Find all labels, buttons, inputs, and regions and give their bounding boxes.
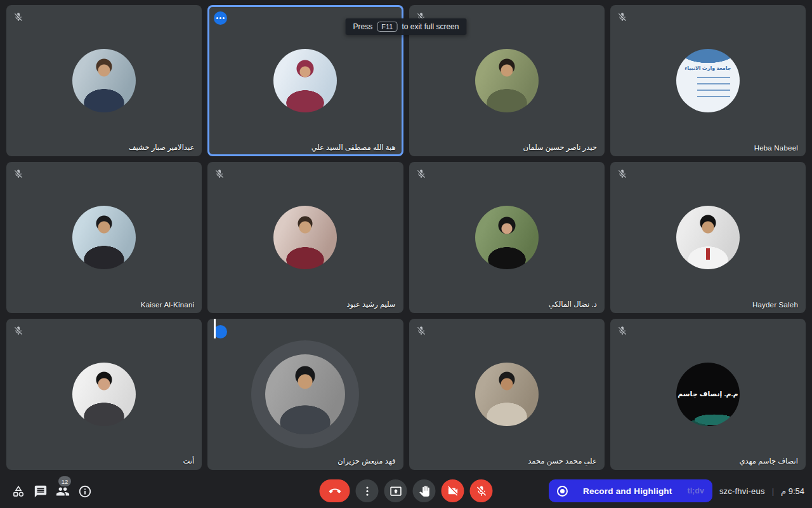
audio-speaking-icon — [214, 325, 227, 338]
more-options-icon[interactable] — [214, 11, 227, 25]
meeting-code: szc-fhvi-eus — [719, 486, 765, 496]
avatar — [72, 206, 136, 269]
f11-keycap: F11 — [377, 22, 397, 32]
end-call-button[interactable] — [320, 479, 350, 502]
mic-off-icon — [214, 168, 225, 180]
avatar — [72, 363, 136, 426]
participant-name: سليم رشيد عبود — [346, 300, 395, 309]
tile-ali[interactable]: علي محمد حسن محمد — [409, 319, 605, 470]
avatar — [273, 49, 337, 112]
mic-off-icon — [617, 325, 628, 337]
record-button-label: Record and Highlight — [578, 486, 678, 496]
avatar — [475, 363, 539, 426]
chat-button[interactable] — [31, 481, 50, 502]
tile-heba-nabeel[interactable]: جامعة وارث الانبياء Heba Nabeel — [610, 5, 806, 156]
clock-time: 9:54 م — [781, 486, 804, 496]
tile-nidhal[interactable]: د. نضال المالكي — [409, 162, 605, 313]
tile-abdulameer[interactable]: عبدالامير صبار خشيف — [6, 5, 202, 156]
mic-off-icon — [617, 11, 628, 23]
participant-name: أنت — [183, 457, 195, 465]
avatar — [273, 206, 337, 269]
tile-kaiser[interactable]: Kaiser Al-Kinani — [6, 162, 202, 313]
mic-off-icon — [416, 168, 427, 180]
participant-name: Hayder Saleh — [752, 301, 798, 309]
avatar — [475, 206, 539, 269]
divider: | — [772, 486, 774, 496]
participant-name: فهد منيعش حزيران — [337, 457, 395, 465]
more-options-button[interactable] — [356, 479, 379, 502]
tooltip-prefix: Press — [353, 22, 373, 31]
tile-salim[interactable]: سليم رشيد عبود — [207, 162, 403, 313]
mic-off-icon — [13, 168, 24, 180]
bar-right-group: Record and Highlight tl;dv szc-fhvi-eus … — [549, 479, 804, 502]
fullscreen-tooltip: Press F11 to exit full screen — [346, 18, 467, 35]
bottom-bar: 12 Record and Highlight tl;dv szc-fhvi-e… — [0, 473, 812, 508]
camera-off-button[interactable] — [442, 479, 464, 502]
info-button[interactable] — [75, 481, 95, 502]
avatar — [72, 49, 136, 112]
activities-button[interactable] — [9, 481, 28, 502]
avatar — [676, 206, 740, 269]
present-screen-button[interactable] — [384, 479, 407, 502]
raise-hand-button[interactable] — [413, 479, 436, 502]
tldv-brand-label: tl;dv — [687, 486, 704, 495]
tooltip-suffix: to exit full screen — [402, 22, 459, 31]
participant-name: د. نضال المالكي — [549, 300, 597, 309]
avatar: م.م. إنصاف جاسم — [676, 363, 740, 426]
avatar — [475, 49, 539, 112]
mic-off-icon — [416, 325, 427, 337]
participant-count-badge: 12 — [58, 476, 71, 486]
tile-you[interactable]: أنت — [6, 319, 202, 470]
participants-button[interactable]: 12 — [53, 481, 72, 502]
participant-name: انصاف جاسم مهدي — [739, 457, 798, 465]
mic-off-icon — [13, 11, 24, 23]
participant-name: علي محمد حسن محمد — [528, 457, 597, 465]
bar-left-group: 12 — [9, 481, 95, 502]
avatar — [265, 354, 345, 434]
avatar: جامعة وارث الانبياء — [676, 49, 740, 112]
record-and-highlight-button[interactable]: Record and Highlight tl;dv — [549, 479, 712, 502]
mic-off-button[interactable] — [470, 479, 493, 502]
participant-name: Heba Nabeel — [754, 144, 798, 152]
tile-fahad-speaking[interactable]: فهد منيعش حزيران — [207, 319, 403, 470]
tile-insaf[interactable]: م.م. إنصاف جاسم انصاف جاسم مهدي — [610, 319, 806, 470]
participant-name: عبدالامير صبار خشيف — [129, 143, 195, 152]
mic-off-icon — [617, 168, 628, 180]
tile-hayder-saleh[interactable]: Hayder Saleh — [610, 162, 806, 313]
meet-app: عبدالامير صبار خشيف هبة الله مصطفى السيد… — [0, 0, 812, 508]
participant-grid: عبدالامير صبار خشيف هبة الله مصطفى السيد… — [0, 0, 812, 473]
mic-off-icon — [13, 325, 24, 337]
participant-name: حيدر ناصر حسين سلمان — [523, 143, 597, 152]
call-controls — [320, 479, 493, 502]
record-icon — [557, 486, 568, 497]
participant-name: هبة الله مصطفى السيد علي — [311, 143, 396, 152]
participant-name: Kaiser Al-Kinani — [141, 301, 194, 309]
